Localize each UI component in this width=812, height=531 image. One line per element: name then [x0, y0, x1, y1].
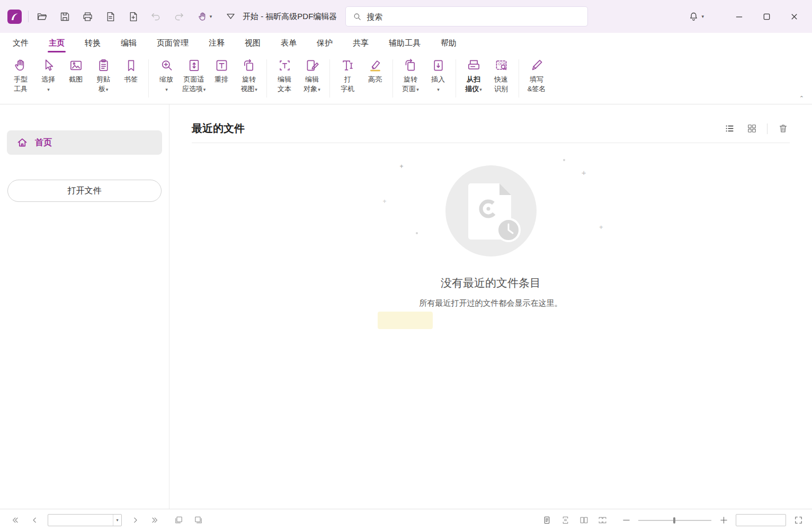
- ribbon-item-label: 重排: [215, 75, 228, 84]
- new-document-icon[interactable]: [126, 10, 140, 23]
- ribbon-select-button[interactable]: 选择▾: [34, 53, 62, 104]
- ribbon-reflow-button[interactable]: 重排: [208, 53, 235, 104]
- quick-toolbar-menu-icon[interactable]: [224, 10, 237, 23]
- ribbon-highlight-button[interactable]: 高亮: [361, 53, 389, 104]
- zoom-out-button[interactable]: [620, 514, 632, 527]
- tab-home[interactable]: 主页: [48, 34, 66, 52]
- hand-mode-icon[interactable]: ▾: [194, 10, 215, 23]
- rotate-page-icon: [403, 58, 418, 73]
- ribbon-rotate-view-button[interactable]: 旋转视图▾: [235, 53, 263, 104]
- ribbon-group-divider: [329, 59, 330, 98]
- zoom-slider[interactable]: [638, 520, 711, 521]
- empty-state-subtitle: 所有最近打开过的文件都会显示在这里。: [374, 298, 608, 308]
- ribbon-bookmark-button[interactable]: 书签: [117, 53, 145, 104]
- sparkle-icon: +: [599, 224, 603, 231]
- tab-page-organize[interactable]: 页面管理: [156, 34, 190, 52]
- grid-view-button[interactable]: [745, 122, 759, 136]
- zoom-in-button[interactable]: [717, 514, 730, 527]
- sparkle-dot: [563, 159, 565, 161]
- main-panel: 最近的文件 + + + +: [169, 104, 812, 509]
- sidebar-item-home[interactable]: 首页: [7, 130, 162, 155]
- tab-view[interactable]: 视图: [244, 34, 262, 52]
- ribbon-group: 打字机高亮: [331, 53, 391, 104]
- ribbon-insert-button[interactable]: 插入▾: [424, 53, 452, 104]
- sidebar: 首页 打开文件: [0, 104, 169, 509]
- ribbon-from-scanner-button[interactable]: 从扫描仪▾: [460, 53, 487, 104]
- rotate-view-icon: [242, 58, 257, 73]
- facing-pages-view-icon[interactable]: [577, 514, 590, 527]
- ribbon-rotate-pages-button[interactable]: 旋转页面▾: [397, 53, 424, 104]
- header-divider: [192, 143, 790, 143]
- ribbon-group: 旋转页面▾插入▾: [394, 53, 454, 104]
- title-bar: ▾ 开始 - 福昕高级PDF编辑器 ▾: [0, 0, 812, 33]
- previous-view-icon[interactable]: [172, 514, 185, 527]
- ribbon-hand-tool-button[interactable]: 手型工具: [7, 53, 34, 104]
- last-page-icon[interactable]: [148, 514, 161, 527]
- ribbon-item-label: 打字机: [341, 75, 354, 94]
- tab-file[interactable]: 文件: [12, 34, 30, 52]
- tab-form[interactable]: 表单: [280, 34, 298, 52]
- close-button[interactable]: [783, 7, 805, 25]
- ribbon-item-label: 插入▾: [431, 75, 445, 94]
- no-recent-files-illustration: [438, 164, 544, 260]
- trash-icon: [778, 123, 788, 134]
- collapse-ribbon-icon[interactable]: ⌃: [797, 94, 807, 103]
- tab-help[interactable]: 帮助: [440, 34, 458, 52]
- clear-recent-button[interactable]: [776, 122, 790, 136]
- notifications-button[interactable]: ▾: [688, 11, 704, 22]
- tab-accessibility[interactable]: 辅助工具: [388, 34, 422, 52]
- ribbon-quick-ocr-button[interactable]: OCR快速识别: [487, 53, 515, 104]
- print-icon[interactable]: [81, 10, 94, 23]
- open-folder-icon[interactable]: [35, 10, 49, 23]
- undo-icon[interactable]: [149, 10, 163, 23]
- document-icon[interactable]: [103, 10, 117, 23]
- ribbon-edit-text-button[interactable]: 编辑文本: [271, 53, 298, 104]
- redo-icon[interactable]: [172, 10, 185, 23]
- first-page-icon[interactable]: [8, 514, 21, 527]
- tab-convert[interactable]: 转换: [84, 34, 102, 52]
- ribbon-edit-object-button[interactable]: 编辑对象▾: [298, 53, 326, 104]
- zoom-level-input[interactable]: [736, 515, 786, 526]
- zoom-slider-thumb[interactable]: [673, 517, 675, 524]
- open-file-button[interactable]: 打开文件: [7, 180, 162, 202]
- ocr-icon: OCR: [494, 58, 509, 73]
- list-view-button[interactable]: [722, 122, 736, 136]
- continuous-facing-view-icon[interactable]: [596, 514, 609, 527]
- fullscreen-icon[interactable]: [792, 514, 805, 527]
- tab-share[interactable]: 共享: [352, 34, 370, 52]
- fill-sign-icon: [529, 58, 545, 73]
- tab-protect[interactable]: 保护: [316, 34, 334, 52]
- tab-edit[interactable]: 编辑: [120, 34, 138, 52]
- ribbon-group-divider: [456, 59, 456, 98]
- maximize-button[interactable]: [756, 7, 777, 25]
- ribbon-fill-sign-button[interactable]: 填写&签名: [523, 53, 550, 104]
- ribbon-item-label: 快速识别: [494, 75, 508, 94]
- page-dropdown-icon[interactable]: ▾: [113, 515, 121, 526]
- close-icon: [790, 13, 798, 21]
- ribbon-typewriter-button[interactable]: 打字机: [334, 53, 361, 104]
- ribbon-item-label: 书签: [124, 75, 138, 84]
- search-box[interactable]: [345, 6, 588, 26]
- typewriter-icon: [340, 58, 355, 73]
- previous-page-icon[interactable]: [28, 514, 41, 527]
- snapshot-icon: [68, 58, 84, 73]
- single-page-view-icon[interactable]: [540, 514, 553, 527]
- highlight-icon: [368, 58, 383, 73]
- chevron-down-icon: ▾: [701, 14, 704, 19]
- continuous-scroll-view-icon[interactable]: [559, 514, 572, 527]
- minimize-button[interactable]: [728, 7, 749, 25]
- save-icon[interactable]: [58, 10, 72, 23]
- ribbon-fit-options-button[interactable]: 页面适应选项▾: [180, 53, 208, 104]
- ribbon-snapshot-button[interactable]: 截图: [62, 53, 90, 104]
- chevron-down-icon: ▾: [437, 87, 440, 92]
- ribbon-clipboard-button[interactable]: 剪贴板▾: [90, 53, 117, 104]
- search-input[interactable]: [367, 12, 581, 21]
- ribbon-item-label: 截图: [69, 75, 83, 84]
- next-page-icon[interactable]: [129, 514, 141, 527]
- sidebar-item-label: 首页: [35, 137, 52, 148]
- ribbon-zoom-button[interactable]: 缩放▾: [153, 53, 180, 104]
- next-view-icon[interactable]: [192, 514, 204, 527]
- ribbon-group-divider: [266, 59, 267, 98]
- page-number-input[interactable]: [48, 515, 113, 526]
- tab-comment[interactable]: 注释: [208, 34, 226, 52]
